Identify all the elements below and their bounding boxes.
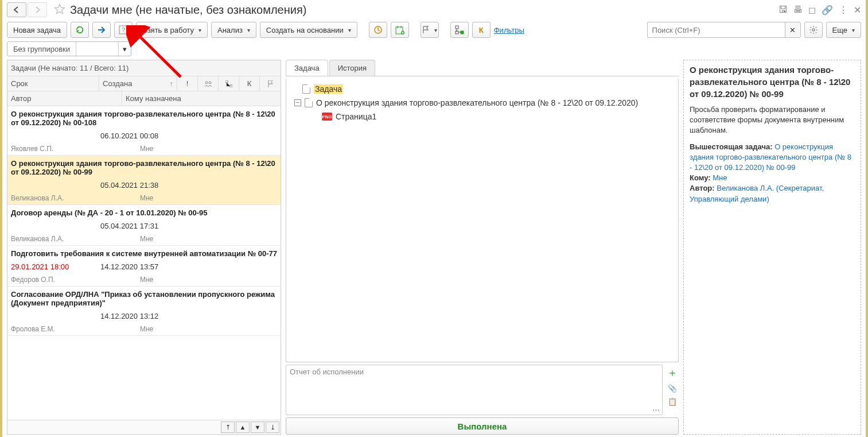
chevron-down-icon: ▾ [198,27,201,33]
paste-icon[interactable]: 📋 [668,397,677,406]
flag-filter-button[interactable]: ▾ [421,22,439,38]
favorite-star-icon[interactable] [54,3,67,16]
task-author: Великанова Л.А. [11,194,140,202]
tree-node-task-label: Задача [314,84,343,94]
filters-link[interactable]: Фильтры [494,26,524,34]
more-button[interactable]: Еще▾ [826,22,861,38]
svg-point-10 [209,82,211,84]
nav-last-button[interactable]: ⤓ [266,421,279,433]
tab-history[interactable]: История [329,60,375,76]
take-work-button[interactable]: Взять в работу▾ [136,22,208,38]
create-based-button[interactable]: Создать на основании▾ [260,22,357,38]
task-author: Великанова Л.А. [11,235,140,243]
col-k[interactable]: К [239,76,260,91]
task-title: О реконструкция здания торгово-развлекат… [11,159,277,176]
svg-point-9 [205,82,208,84]
nav-up-button[interactable]: ▲ [236,421,250,433]
search-input[interactable] [647,22,785,38]
task-row[interactable]: Согласование ОРД/ЛНА "Приказ об установл… [7,287,281,336]
execution-report-input[interactable]: Отчет об исполнении … [286,365,663,415]
new-task-label: Новая задача [13,26,61,34]
tree-node-page[interactable]: PNG Страница1 [322,112,670,121]
col-assigned[interactable]: Кому назначена [122,91,281,106]
search-clear-button[interactable]: ✕ [785,22,801,38]
info-title: О реконструкция здания торгово-развлекат… [690,64,855,100]
print-icon[interactable]: 🖶 [793,5,803,16]
forward-arrow-button[interactable] [92,22,111,38]
task-row[interactable]: О реконструкция здания торгово-развлекат… [7,156,281,205]
col-author[interactable]: Автор [7,91,122,106]
svg-rect-11 [225,80,228,83]
task-due [11,181,100,190]
window-icon[interactable]: ◻ [808,5,816,16]
col-created[interactable]: Создана↑ [99,76,177,91]
analyze-button[interactable]: Анализ▾ [211,22,256,38]
new-task-button[interactable]: Новая задача [7,22,67,38]
png-icon: PNG [322,113,332,121]
svg-rect-5 [456,26,458,29]
link-icon[interactable]: 🔗 [822,5,833,16]
collapse-icon[interactable]: − [294,99,301,106]
tab-task[interactable]: Задача [286,60,328,76]
tree-node-task[interactable]: Задача [302,84,670,94]
chevron-down-icon[interactable]: ▾ [118,42,131,56]
task-author: Федоров О.П. [11,276,140,284]
task-row[interactable]: О реконструкция здания торгово-развлекат… [7,106,281,156]
task-due [11,312,100,320]
tree-toggle-button[interactable] [450,22,469,38]
calendar-add-button[interactable] [391,22,409,38]
list-summary: Задачи (Не начато: 11 / Всего: 11) [7,60,281,76]
search-field[interactable]: ✕ [647,22,801,38]
col-flag-icon[interactable] [260,76,281,91]
tree-node-page-label: Страница1 [336,112,376,121]
close-icon[interactable]: ✕ [854,5,861,16]
question-box-button[interactable]: ? [114,22,133,38]
detail-tree: Задача − О реконструкция здания торгово-… [286,79,679,362]
task-due [11,132,100,140]
task-due [11,222,100,230]
analyze-label: Анализ [217,26,243,34]
grouping-select[interactable]: Без группировки ▾ [7,41,131,56]
nav-forward-button[interactable] [28,2,47,17]
add-icon[interactable]: ＋ [667,366,678,380]
kebab-menu-icon[interactable]: ⋮ [839,5,848,16]
task-row[interactable]: Договор аренды (№ ДА - 20 - 1 от 10.01.2… [7,205,281,246]
col-people-icon[interactable] [198,76,219,91]
detail-tabs: Задача История [286,60,679,76]
attach-icon[interactable]: 📎 [668,384,677,393]
chevron-down-icon: ▾ [852,27,855,33]
task-assigned: Мне [140,145,153,153]
task-row[interactable]: Подготовить требования к системе внутрен… [7,246,281,287]
col-due[interactable]: Срок [7,76,99,91]
nav-down-button[interactable]: ▼ [251,421,264,433]
k-label: К [479,26,484,34]
save-icon[interactable]: 🖫 [779,5,788,16]
task-author: Яковлев С.П. [11,145,140,153]
col-tree-icon[interactable] [219,76,239,91]
take-work-label: Взять в работу [142,26,194,34]
tree-node-doc[interactable]: − О реконструкция здания торгово-развлек… [294,98,670,107]
refresh-button[interactable] [71,22,89,38]
task-assigned: Мне [140,325,153,333]
clock-button[interactable] [369,22,387,38]
task-title: Договор аренды (№ ДА - 20 - 1 от 10.01.2… [11,208,277,217]
ellipsis-icon[interactable]: … [652,404,660,412]
to-link[interactable]: Мне [713,173,727,182]
k-button[interactable]: К [472,22,491,38]
task-assigned: Мне [140,194,153,202]
svg-text:?: ? [122,26,125,33]
done-button[interactable]: Выполнена [286,417,679,435]
info-panel: О реконструкция здания торгово-развлекат… [683,60,861,435]
svg-rect-12 [230,85,232,87]
chevron-down-icon: ▾ [348,27,351,33]
task-title: Согласование ОРД/ЛНА "Приказ об установл… [11,290,277,307]
task-author: Фролова Е.М. [11,325,140,333]
task-created: 14.12.2020 13:57 [100,262,158,271]
nav-first-button[interactable]: ⤒ [221,421,235,433]
col-priority-icon[interactable]: ! [177,76,198,91]
task-due: 29.01.2021 18:00 [11,262,100,271]
chevron-down-icon: ▾ [434,27,437,33]
nav-back-button[interactable] [7,2,26,17]
settings-gear-button[interactable] [804,22,823,38]
chevron-down-icon [76,42,118,56]
